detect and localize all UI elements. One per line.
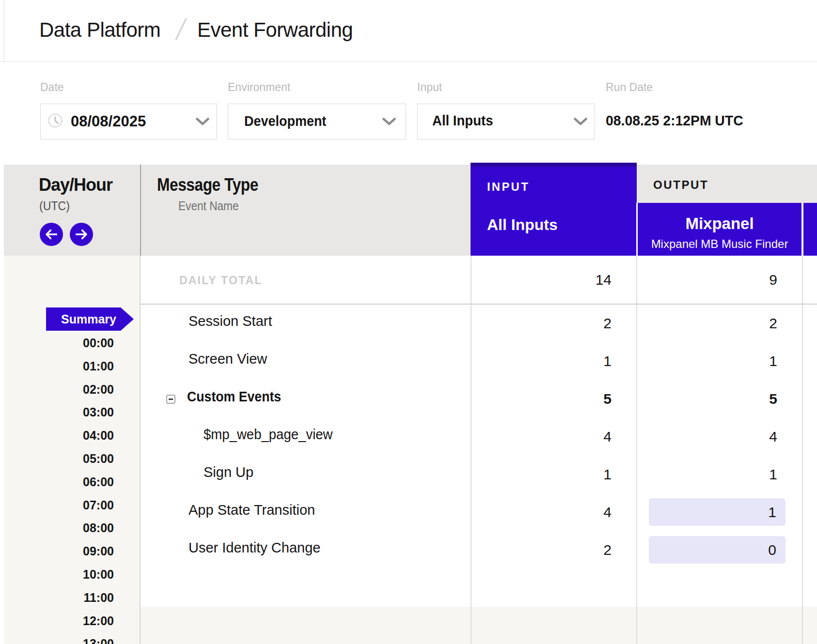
svg-text:Summary: Summary bbox=[61, 312, 116, 326]
